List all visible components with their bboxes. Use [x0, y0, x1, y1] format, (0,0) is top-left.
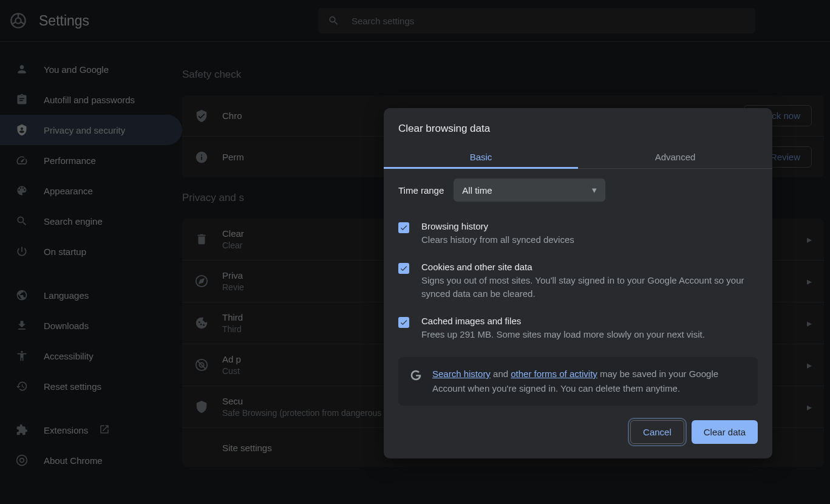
info-text: Search history and other forms of activi… — [432, 367, 747, 396]
checkbox-checked-icon[interactable] — [398, 263, 409, 274]
check-title: Cached images and files — [421, 316, 758, 326]
time-range-label: Time range — [398, 185, 444, 196]
google-g-icon — [409, 369, 423, 382]
time-range-row: Time range All time ▾ — [398, 179, 758, 202]
check-title: Browsing history — [421, 221, 758, 231]
checkbox-checked-icon[interactable] — [398, 317, 409, 328]
dialog-tabs: Basic Advanced — [384, 146, 772, 169]
info-box: Search history and other forms of activi… — [398, 357, 758, 406]
check-sub: Clears history from all synced devices — [421, 233, 758, 247]
check-cache[interactable]: Cached images and files Frees up 291 MB.… — [398, 308, 758, 349]
time-range-value: All time — [462, 185, 492, 196]
time-range-select[interactable]: All time ▾ — [454, 179, 605, 202]
check-cookies[interactable]: Cookies and other site data Signs you ou… — [398, 254, 758, 308]
dialog-title: Clear browsing data — [384, 108, 772, 146]
checkbox-checked-icon[interactable] — [398, 222, 409, 233]
dialog-actions: Cancel Clear data — [384, 420, 772, 458]
check-sub: Signs you out of most sites. You'll stay… — [421, 274, 758, 301]
clear-browsing-data-dialog: Clear browsing data Basic Advanced Time … — [384, 108, 772, 458]
modal-overlay: Clear browsing data Basic Advanced Time … — [0, 0, 830, 504]
tab-basic[interactable]: Basic — [384, 146, 578, 168]
other-activity-link[interactable]: other forms of activity — [511, 369, 597, 379]
check-browsing-history[interactable]: Browsing history Clears history from all… — [398, 214, 758, 254]
cancel-button[interactable]: Cancel — [630, 420, 684, 444]
clear-data-button[interactable]: Clear data — [692, 420, 758, 444]
search-history-link[interactable]: Search history — [432, 369, 491, 379]
chevron-down-icon: ▾ — [592, 185, 597, 196]
check-sub: Frees up 291 MB. Some sites may load mor… — [421, 328, 758, 342]
tab-advanced[interactable]: Advanced — [578, 146, 772, 168]
check-title: Cookies and other site data — [421, 262, 758, 272]
